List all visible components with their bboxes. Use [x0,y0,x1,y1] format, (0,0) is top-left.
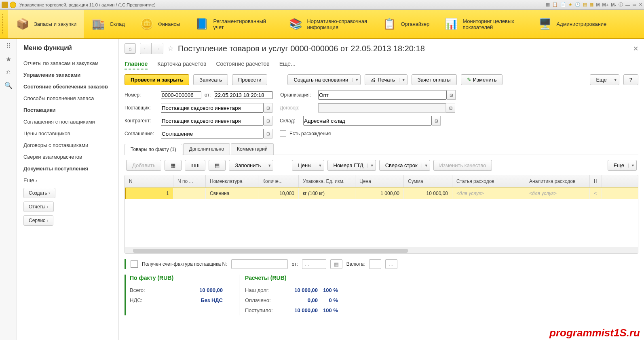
cell-price[interactable]: 1 000,00 [355,188,404,199]
filter-icon-button[interactable]: ▤ [209,160,226,171]
sys-icon-5[interactable]: 🕓 [575,2,581,7]
cell-nomen[interactable]: Свинина [206,188,258,199]
barcode-icon-button[interactable]: ⫾⫾⫾ [185,160,205,171]
more-button[interactable]: Еще▼ [590,74,619,85]
counter-input[interactable] [161,116,264,126]
sidebar-item-stock-mgmt[interactable]: Управление запасами [23,69,112,81]
tab-more[interactable]: Еще... [279,59,296,69]
itab-comment[interactable]: Комментарий [231,143,274,155]
print-button[interactable]: 🖨Печать▼ [365,74,408,85]
cell-h[interactable]: < [590,188,602,199]
minimize-icon[interactable]: — [625,2,630,7]
org-input[interactable] [318,90,447,100]
tab-state[interactable]: Состояние расчетов [216,59,269,69]
tab-main[interactable]: Главное [125,59,148,69]
cell-sum[interactable]: 10 000,00 [404,188,452,199]
sidebar-item-agreements[interactable]: Соглашения с поставщиками [23,116,112,128]
m-plus-button[interactable]: М+ [602,2,609,7]
warehouse-select-icon[interactable]: ⊡ [432,116,441,126]
invoice-date-picker[interactable] [330,259,342,269]
m-button[interactable]: М [596,2,600,7]
prices-button[interactable]: Цены▼ [292,160,324,171]
nav-finance[interactable]: 🪙 Финансы [132,10,188,38]
forward-button[interactable]: → [152,43,163,54]
col-art[interactable]: Статья расходов [452,175,525,187]
sidebar-item-reconcile[interactable]: Сверки взаиморасчетов [23,151,112,163]
scroll-thumb[interactable] [133,249,408,253]
copy-icon-button[interactable]: ▦ [165,160,182,171]
itab-goods[interactable]: Товары по факту (1) [125,144,182,155]
agreement-input[interactable] [161,129,264,139]
sys-icon-1[interactable]: ▦ [546,2,550,7]
dropdown-icon[interactable] [10,2,16,8]
close-icon[interactable]: ✕ [639,2,642,7]
post-close-button[interactable]: Провести и закрыть [125,74,189,85]
m-minus-button[interactable]: М- [611,2,616,7]
sidebar-item-prices[interactable]: Цены поставщиков [23,128,112,139]
favorite-icon[interactable]: ★ [568,2,572,7]
currency-select[interactable] [385,259,397,269]
search-icon[interactable]: 🔍 [4,82,13,89]
sidebar-item-more[interactable]: Еще › [23,174,112,186]
col-qty[interactable]: Количе... [258,175,299,187]
sidebar-create-button[interactable]: Создать [23,188,55,198]
edit-button[interactable]: ✎Изменить [461,74,503,85]
star-icon[interactable]: ★ [6,55,11,63]
cell-qty[interactable]: 10,000 [258,188,299,199]
invoice-number-input[interactable] [231,259,288,269]
invoice-date-input[interactable] [302,259,326,269]
calc-icon[interactable]: ▤ [583,2,587,7]
col-npo[interactable]: N по ... [173,175,206,187]
nav-admin[interactable]: 🖥️ Администрирование [530,10,614,38]
sidebar-reports-button[interactable]: Отчеты [23,201,54,212]
agreement-select-icon[interactable]: ⊡ [264,129,272,139]
contract-select-icon[interactable]: ⊡ [446,103,455,113]
sidebar-item-contracts[interactable]: Договоры с поставщиками [23,139,112,151]
favorite-star-icon[interactable]: ☆ [167,44,174,53]
nav-organizer[interactable]: 📋 Органайзер [375,10,437,38]
currency-input[interactable] [369,259,381,269]
nav-stock-purchases[interactable]: 📦 Запасы и закупки [8,10,84,38]
maximize-icon[interactable]: ▭ [632,2,636,7]
supplier-select-icon[interactable]: ⊡ [264,103,272,113]
calendar-icon[interactable]: ▦ [589,2,593,7]
nav-handle[interactable] [2,14,6,34]
sidebar-item-receipts[interactable]: Документы поступления [23,163,112,174]
warehouse-input[interactable] [303,116,432,126]
sys-icon-3[interactable]: 📄 [560,2,566,7]
help-button[interactable]: ? [623,74,638,85]
horizontal-scrollbar[interactable] [125,248,638,253]
add-row-button[interactable]: Добавить [126,160,161,171]
cell-art[interactable]: <для услуг> [452,188,525,199]
nav-reference[interactable]: 📚 Нормативно-справочная информация [281,10,375,38]
col-sum[interactable]: Сумма [404,175,452,187]
col-n[interactable]: N [125,175,173,187]
number-input[interactable] [161,91,201,99]
sidebar-item-order-state[interactable]: Состояние обеспечения заказов [23,81,112,92]
sys-icon-2[interactable]: 📋 [552,2,558,7]
history-icon[interactable]: ⎌ [6,69,11,76]
col-h[interactable]: Н [590,175,602,187]
cell-npo[interactable] [173,188,206,199]
col-analytics[interactable]: Аналитика расходов [525,175,590,187]
reconcile-button[interactable]: Сверка строк▼ [379,160,430,171]
table-row[interactable]: 1 Свинина 10,000 кг (100 кг) 1 000,00 10… [125,187,638,199]
supplier-input[interactable] [161,103,264,113]
discrepancy-checkbox[interactable] [280,130,286,137]
invoice-checkbox[interactable] [131,260,138,268]
apps-icon[interactable]: ⠿ [6,42,11,50]
post-button[interactable]: Провести [232,74,268,85]
col-nomen[interactable]: Номенклатура [206,175,258,187]
save-button[interactable]: Записать [193,74,228,85]
col-price[interactable]: Цена [355,175,404,187]
nav-accounting[interactable]: 📘 Регламентированный учет [187,10,281,38]
sidebar-item-suppliers[interactable]: Поставщики [23,104,112,116]
quality-button[interactable]: Изменить качество [433,160,492,171]
date-input[interactable] [214,91,273,99]
nav-monitoring[interactable]: 📊 Мониторинг целевых показателей [437,10,530,38]
back-button[interactable]: ← [140,43,152,54]
gtd-button[interactable]: Номера ГТД▼ [327,160,376,171]
sidebar-item-reports[interactable]: Отчеты по запасам и закупкам [23,57,112,69]
sidebar-service-button[interactable]: Сервис [23,215,53,226]
org-select-icon[interactable]: ⊡ [447,90,456,100]
